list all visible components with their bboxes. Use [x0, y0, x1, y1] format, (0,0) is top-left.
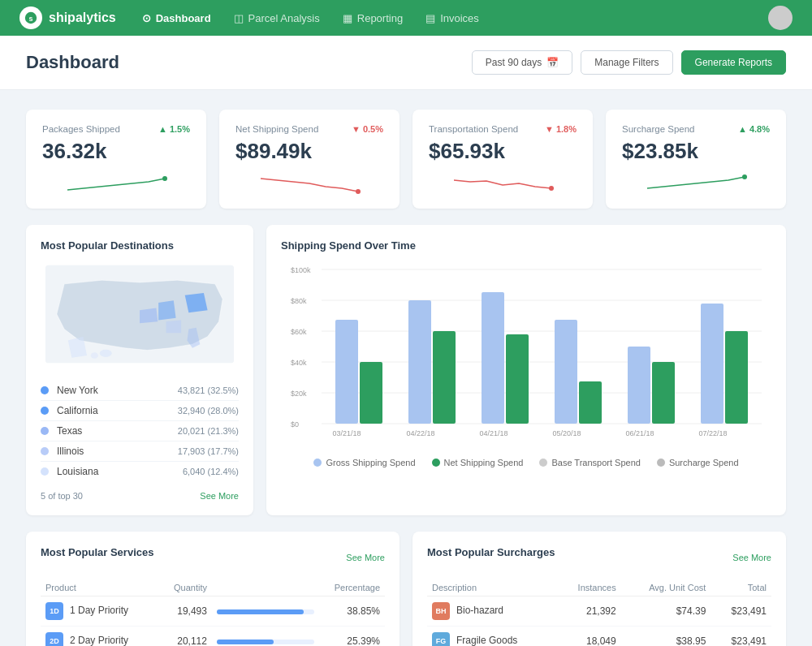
svg-text:06/21/18: 06/21/18: [625, 429, 654, 437]
destinations-see-more[interactable]: See More: [200, 491, 239, 501]
table-row: FGFragile Goods 18,049 $38.95 $23,491: [427, 627, 771, 647]
page-title: Dashboard: [26, 52, 119, 73]
services-card-header: Most Popular Services See More: [41, 546, 385, 568]
nav-parcel-analysis[interactable]: ◫ Parcel Analysis: [234, 12, 320, 24]
svg-point-2: [162, 176, 167, 181]
surcharges-table: Description Instances Avg. Unit Cost Tot…: [427, 579, 771, 646]
sparkline-1: [235, 170, 383, 196]
list-item: California 32,940 (28.0%): [41, 401, 239, 421]
kpi-net-shipping: Net Shipping Spend ▼ 0.5% $89.49k: [219, 110, 400, 209]
surcharges-see-more[interactable]: See More: [732, 553, 771, 562]
svg-text:$80k: $80k: [291, 297, 307, 305]
service-badge: 1D: [45, 602, 63, 620]
destination-list: New York 43,821 (32.5%) California 32,94…: [41, 381, 239, 481]
legend-dot-gross: [313, 459, 322, 467]
navbar: s shipalytics ⊙ Dashboard ◫ Parcel Analy…: [0, 0, 812, 36]
svg-rect-32: [725, 331, 748, 424]
kpi-badge-3: ▲ 4.8%: [738, 124, 770, 134]
table-row: 2D2 Day Priority 20,112 25.39%: [41, 627, 385, 647]
surcharge-badge: BH: [432, 602, 450, 620]
svg-text:s: s: [28, 15, 32, 23]
svg-point-5: [742, 174, 747, 179]
calendar-icon: 📅: [546, 57, 559, 68]
date-filter-button[interactable]: Past 90 days 📅: [472, 50, 572, 75]
svg-rect-23: [408, 300, 431, 424]
dest-dot: [41, 407, 49, 415]
svg-text:07/22/18: 07/22/18: [698, 429, 727, 437]
bar-chart-svg: $100k $80k $60k $40k $20k $0: [281, 261, 771, 448]
svg-point-4: [549, 186, 554, 191]
logo-icon: s: [19, 6, 42, 29]
avatar[interactable]: [768, 6, 793, 30]
legend-dot-surcharge: [657, 459, 665, 467]
svg-rect-30: [652, 362, 675, 424]
middle-row: Most Popular Destinations: [26, 225, 786, 515]
svg-text:$100k: $100k: [291, 266, 311, 274]
chart-card: Shipping Spend Over Time $100k $80k $60k…: [266, 225, 786, 515]
nav-dashboard[interactable]: ⊙ Dashboard: [142, 12, 211, 24]
table-row: 1D1 Day Priority 19,493 38.85%: [41, 596, 385, 627]
svg-rect-31: [701, 304, 723, 424]
service-badge: 2D: [45, 632, 63, 646]
generate-reports-button[interactable]: Generate Reports: [681, 50, 786, 75]
dest-dot: [41, 427, 49, 435]
kpi-badge-0: ▲ 1.5%: [158, 124, 190, 134]
kpi-badge-1: ▼ 0.5%: [352, 124, 383, 134]
main-content: Packages Shipped ▲ 1.5% 36.32k Net Shipp…: [0, 90, 812, 646]
chart-legend: Gross Shipping Spend Net Shipping Spend …: [281, 458, 771, 467]
card-footer: 5 of top 30 See More: [41, 491, 239, 501]
svg-point-7: [100, 350, 112, 357]
svg-rect-21: [335, 320, 358, 424]
svg-rect-22: [360, 362, 382, 424]
nav-invoices[interactable]: ▤ Invoices: [425, 12, 479, 24]
logo: s shipalytics: [19, 6, 116, 29]
dest-dot: [41, 386, 49, 394]
svg-rect-29: [628, 347, 650, 424]
page-header: Dashboard Past 90 days 📅 Manage Filters …: [0, 36, 812, 90]
svg-text:$60k: $60k: [291, 328, 307, 336]
logo-text: shipalytics: [49, 11, 116, 25]
progress-bar: [217, 640, 314, 644]
svg-rect-26: [506, 334, 529, 424]
manage-filters-button[interactable]: Manage Filters: [581, 50, 672, 75]
sparkline-2: [429, 170, 577, 196]
chart-area: $100k $80k $60k $40k $20k $0: [281, 261, 771, 448]
progress-bar: [217, 609, 314, 614]
svg-text:03/21/18: 03/21/18: [332, 429, 361, 437]
legend-surcharge: Surcharge Spend: [657, 458, 739, 467]
sparkline-0: [42, 170, 190, 196]
svg-rect-25: [482, 292, 504, 424]
header-actions: Past 90 days 📅 Manage Filters Generate R…: [472, 50, 786, 75]
list-item: New York 43,821 (32.5%): [41, 381, 239, 401]
kpi-packages-shipped: Packages Shipped ▲ 1.5% 36.32k: [26, 110, 206, 209]
svg-rect-28: [579, 381, 602, 424]
sparkline-3: [622, 170, 770, 196]
list-item: Texas 20,021 (21.3%): [41, 421, 239, 441]
dest-dot: [41, 467, 49, 476]
svg-point-8: [91, 352, 98, 358]
nav-reporting[interactable]: ▦ Reporting: [343, 12, 403, 24]
services-see-more[interactable]: See More: [346, 553, 385, 562]
kpi-surcharge-spend: Surcharge Spend ▲ 4.8% $23.85k: [606, 110, 786, 209]
svg-text:05/20/18: 05/20/18: [552, 429, 581, 437]
legend-dot-net: [432, 459, 440, 467]
bottom-row: Most Popular Services See More Product Q…: [26, 532, 786, 646]
kpi-transport-spend: Transportation Spend ▼ 1.8% $65.93k: [412, 110, 593, 209]
svg-point-3: [356, 189, 361, 194]
list-item: Louisiana 6,040 (12.4%): [41, 462, 239, 481]
svg-text:$40k: $40k: [291, 359, 307, 367]
svg-text:$20k: $20k: [291, 390, 307, 398]
legend-dot-base: [539, 459, 547, 467]
table-row: BHBio-hazard 21,392 $74.39 $23,491: [427, 596, 771, 627]
surcharge-badge: FG: [432, 632, 450, 646]
legend-net: Net Shipping Spend: [432, 458, 524, 467]
svg-rect-24: [433, 331, 456, 424]
map-card: Most Popular Destinations: [26, 225, 253, 515]
kpi-row: Packages Shipped ▲ 1.5% 36.32k Net Shipp…: [26, 110, 786, 209]
kpi-badge-2: ▼ 1.8%: [545, 124, 577, 134]
dest-dot: [41, 447, 49, 455]
services-table: Product Quantity Percentage 1D1 Day Prio…: [41, 579, 385, 646]
nav-links: ⊙ Dashboard ◫ Parcel Analysis ▦ Reportin…: [142, 12, 742, 24]
legend-gross: Gross Shipping Spend: [313, 458, 415, 467]
svg-rect-27: [555, 320, 577, 424]
